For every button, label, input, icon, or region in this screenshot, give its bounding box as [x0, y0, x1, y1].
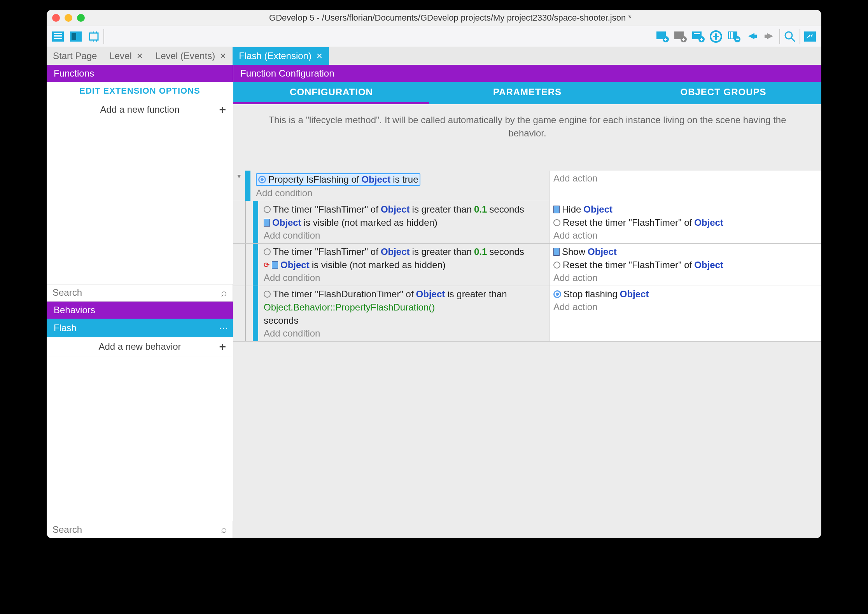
add-function-button[interactable]: Add a new function +: [47, 100, 233, 119]
add-event-button[interactable]: [654, 28, 670, 45]
event-row[interactable]: The timer "FlashDurationTimer" of Object…: [233, 286, 821, 342]
timer-icon: [553, 262, 560, 269]
action-text: Stop flashing: [564, 289, 618, 300]
svg-line-37: [791, 38, 795, 42]
toolbar: [47, 26, 821, 47]
condition-text: seconds: [489, 204, 524, 215]
tab-label: Start Page: [53, 51, 97, 61]
maximize-window-icon[interactable]: [77, 14, 85, 22]
tab-label: Level (Events): [156, 51, 215, 61]
condition-text: is greater than: [412, 204, 472, 215]
search-input[interactable]: [52, 287, 221, 298]
more-options-icon[interactable]: ⋮: [221, 324, 226, 332]
add-action-link[interactable]: Add action: [553, 301, 817, 313]
gutter: [233, 201, 245, 243]
subtab-configuration[interactable]: CONFIGURATION: [233, 82, 429, 104]
content-area: Functions EDIT EXTENSION OPTIONS Add a n…: [47, 65, 821, 538]
svg-rect-30: [729, 32, 730, 38]
search-icon: ⌕: [221, 523, 227, 536]
condition-text: The timer "FlashTimer" of: [273, 204, 378, 215]
tab-level[interactable]: Level✕: [103, 47, 149, 65]
object-ref: Object: [381, 204, 410, 215]
app-window: GDevelop 5 - /Users/florian/Documents/GD…: [47, 10, 821, 538]
add-behavior-button[interactable]: Add a new behavior +: [47, 337, 233, 356]
add-action-link[interactable]: Add action: [553, 272, 817, 284]
subtab-parameters[interactable]: PARAMETERS: [429, 82, 625, 104]
add-subevent-button[interactable]: [672, 28, 688, 45]
minimize-window-icon[interactable]: [65, 14, 72, 22]
edit-extension-options-button[interactable]: EDIT EXTENSION OPTIONS: [47, 82, 233, 100]
titlebar: GDevelop 5 - /Users/florian/Documents/GD…: [47, 10, 821, 26]
timer-icon: [264, 206, 271, 213]
event-row[interactable]: The timer "FlashTimer" of Object is grea…: [233, 244, 821, 286]
functions-search[interactable]: ⌕: [47, 284, 233, 302]
tab-label: Flash (Extension): [239, 51, 312, 61]
selected-condition[interactable]: Property IsFlashing of Object is true: [256, 173, 420, 186]
traffic-lights: [52, 14, 85, 22]
svg-rect-5: [72, 33, 76, 40]
condition-text: seconds: [264, 315, 298, 326]
conditions-cell[interactable]: The timer "FlashDurationTimer" of Object…: [261, 286, 549, 341]
conditions-cell[interactable]: The timer "FlashTimer" of Object is grea…: [261, 201, 549, 243]
tab-start-page[interactable]: Start Page: [47, 47, 103, 65]
tab-flash-extension[interactable]: Flash (Extension)✕: [233, 47, 329, 65]
svg-rect-3: [54, 38, 62, 39]
object-ref: Object: [381, 246, 410, 257]
add-condition-link[interactable]: Add condition: [256, 187, 546, 199]
delete-event-button[interactable]: [726, 28, 742, 45]
invert-icon: ⟳: [264, 261, 270, 269]
condition-text: is visible (not marked as hidden): [312, 260, 446, 270]
subtab-object-groups[interactable]: OBJECT GROUPS: [625, 82, 821, 104]
toolbar-separator: [800, 29, 800, 44]
conditions-cell[interactable]: Property IsFlashing of Object is true Ad…: [253, 171, 549, 201]
timer-icon: [264, 248, 271, 255]
actions-cell[interactable]: Show Object Reset the timer "FlashTimer"…: [549, 244, 821, 286]
project-panel-button[interactable]: [50, 28, 66, 45]
add-button[interactable]: [708, 28, 724, 45]
add-condition-link[interactable]: Add condition: [264, 327, 546, 340]
redo-button[interactable]: [761, 28, 778, 45]
add-comment-button[interactable]: [690, 28, 706, 45]
tab-level-events[interactable]: Level (Events)✕: [149, 47, 233, 65]
add-action-link[interactable]: Add action: [553, 229, 817, 242]
add-condition-link[interactable]: Add condition: [264, 229, 546, 242]
function-config-header: Function Configuration: [233, 65, 821, 82]
actions-cell[interactable]: Hide Object Reset the timer "FlashTimer"…: [549, 201, 821, 243]
svg-rect-6: [89, 33, 98, 40]
timer-icon: [553, 219, 560, 226]
conditions-cell[interactable]: The timer "FlashTimer" of Object is grea…: [261, 244, 549, 286]
lifecycle-description: This is a "lifecycle method". It will be…: [233, 104, 821, 171]
search-events-button[interactable]: [782, 28, 798, 45]
actions-cell[interactable]: Stop flashing Object Add action: [549, 286, 821, 341]
object-ref: Object: [694, 217, 723, 228]
behavior-item-flash[interactable]: Flash ⋮: [47, 319, 233, 337]
collapse-toggle[interactable]: [233, 171, 245, 201]
close-tab-icon[interactable]: ✕: [316, 51, 323, 61]
close-tab-icon[interactable]: ✕: [220, 51, 226, 61]
close-window-icon[interactable]: [52, 14, 60, 22]
event-row[interactable]: Property IsFlashing of Object is true Ad…: [233, 171, 821, 201]
extension-panel-button[interactable]: [86, 28, 102, 45]
event-row[interactable]: The timer "FlashTimer" of Object is grea…: [233, 201, 821, 244]
undo-button[interactable]: [744, 28, 760, 45]
object-ref: Object: [694, 260, 723, 270]
add-action-link[interactable]: Add action: [553, 172, 817, 185]
timer-icon: [264, 291, 271, 298]
config-subtabs: CONFIGURATION PARAMETERS OBJECT GROUPS: [233, 82, 821, 104]
close-tab-icon[interactable]: ✕: [136, 51, 143, 61]
behaviors-search[interactable]: ⌕: [47, 521, 233, 538]
object-ref: Object: [361, 174, 390, 185]
action-text: Reset the timer "FlashTimer" of: [563, 260, 692, 270]
add-condition-link[interactable]: Add condition: [264, 272, 546, 284]
events-sheet: Property IsFlashing of Object is true Ad…: [233, 171, 821, 342]
search-input[interactable]: [52, 524, 221, 535]
sidebar: Functions EDIT EXTENSION OPTIONS Add a n…: [47, 65, 233, 538]
actions-cell[interactable]: Add action: [549, 171, 821, 201]
indent-line: [245, 244, 253, 286]
settings-button[interactable]: [802, 28, 818, 45]
object-ref: Object: [583, 204, 612, 215]
event-bar: [245, 171, 250, 201]
scene-panel-button[interactable]: [68, 28, 84, 45]
action-text: Reset the timer "FlashTimer" of: [563, 217, 692, 228]
window-title: GDevelop 5 - /Users/florian/Documents/GD…: [85, 13, 816, 23]
